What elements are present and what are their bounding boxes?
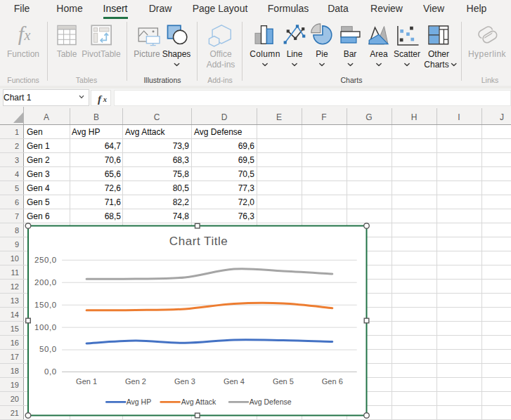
svg-text:100,0: 100,0 xyxy=(34,323,57,332)
svg-text:Avg HP: Avg HP xyxy=(127,398,151,406)
svg-text:200,0: 200,0 xyxy=(34,278,57,287)
svg-text:50,0: 50,0 xyxy=(39,345,57,353)
svg-text:Avg Defense: Avg Defense xyxy=(250,398,292,406)
svg-text:Chart Title: Chart Title xyxy=(169,235,228,248)
svg-text:Gen 3: Gen 3 xyxy=(174,377,195,386)
svg-text:Avg Attack: Avg Attack xyxy=(181,398,216,406)
svg-text:0,0: 0,0 xyxy=(44,367,57,376)
svg-text:Gen 5: Gen 5 xyxy=(273,377,294,386)
svg-text:250,0: 250,0 xyxy=(34,256,57,264)
svg-text:Gen 6: Gen 6 xyxy=(322,377,343,386)
svg-text:Gen 2: Gen 2 xyxy=(125,377,146,386)
svg-text:150,0: 150,0 xyxy=(34,301,57,309)
svg-text:Gen 1: Gen 1 xyxy=(76,377,97,386)
svg-text:Gen 4: Gen 4 xyxy=(224,377,245,386)
